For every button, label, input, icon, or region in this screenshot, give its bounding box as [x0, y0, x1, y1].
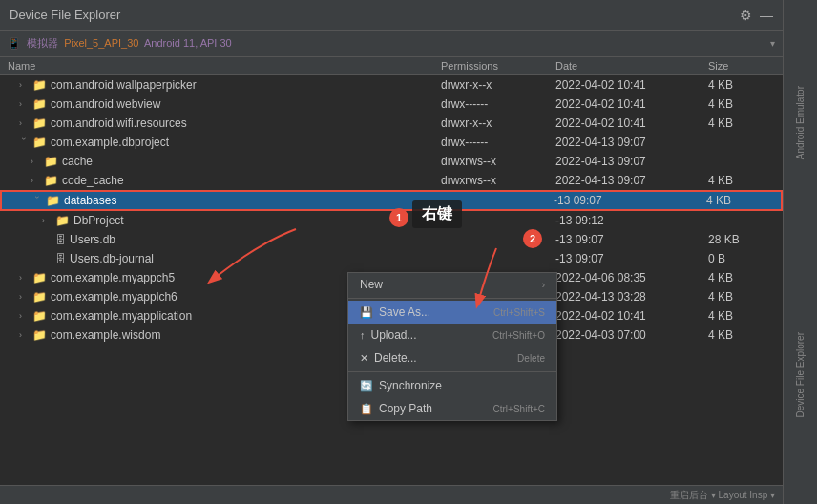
date: 2022-04-02 10:41 — [555, 309, 708, 323]
file-name-text: cache — [62, 155, 93, 168]
table-row[interactable]: › 📁 com.android.webview drwx------ 2022-… — [0, 94, 783, 114]
chevron-icon: › — [19, 273, 29, 283]
header: Device File Explorer ⚙ — — [0, 0, 783, 31]
device-prefix: 模拟器 — [27, 37, 58, 49]
chevron-icon: › — [19, 137, 29, 147]
chevron-icon: › — [42, 216, 52, 225]
device-text: 模拟器 Pixel_5_API_30 Android 11, API 30 — [27, 36, 770, 51]
ctx-upload[interactable]: ↑ Upload... Ctrl+Shift+O — [348, 324, 556, 346]
date: -13 09:07 — [555, 233, 708, 246]
size: 4 KB — [708, 116, 775, 130]
file-name-cell: › 📁 com.android.webview — [8, 97, 441, 111]
permissions: drwxr-x--x — [441, 116, 555, 130]
ctx-save-as-left: 💾 Save As... — [360, 305, 430, 319]
ctx-upload-shortcut: Ctrl+Shift+O — [492, 330, 545, 341]
device-name: Pixel_5_API_30 — [64, 37, 138, 49]
sidebar-tab-device-file-explorer[interactable]: Device File Explorer — [791, 325, 809, 425]
file-name-cell: › 📁 com.android.wallpaperpicker — [8, 78, 441, 92]
ctx-synchronize[interactable]: 🔄 Synchronize — [348, 374, 556, 397]
size: 0 B — [708, 252, 775, 265]
delete-icon: ✕ — [360, 352, 368, 365]
file-icon: 🗄 — [55, 253, 66, 264]
minimize-icon[interactable]: — — [760, 8, 773, 23]
file-name-text: com.android.webview — [51, 97, 160, 111]
permissions: drwxrws--x — [441, 155, 555, 168]
folder-icon: 📁 — [44, 174, 58, 187]
table-row[interactable]: › 🗄 Users.db -13 09:07 28 KB — [0, 230, 783, 249]
date: 2022-04-13 09:07 — [555, 155, 708, 168]
folder-icon: 📁 — [32, 271, 47, 284]
device-dropdown-icon[interactable]: ▾ — [770, 38, 775, 49]
date: 2022-04-13 03:28 — [555, 290, 708, 304]
size: 4 KB — [708, 271, 775, 284]
permissions: drwx------ — [441, 136, 555, 149]
folder-icon: 📁 — [46, 194, 60, 207]
file-name-text: com.example.myapplication — [51, 309, 192, 323]
date: -13 09:07 — [554, 194, 706, 207]
chevron-icon: › — [19, 292, 29, 302]
ctx-new[interactable]: New › — [348, 273, 556, 296]
folder-icon: 📁 — [32, 328, 47, 342]
chevron-icon: › — [32, 196, 42, 205]
size: 4 KB — [706, 194, 773, 207]
size: 4 KB — [708, 309, 775, 323]
table-row[interactable]: › 📁 com.android.wifi.resources drwxr-x--… — [0, 114, 783, 133]
ctx-separator-1 — [348, 298, 556, 299]
chevron-icon: › — [19, 99, 29, 109]
file-name-text: com.example.wisdom — [51, 328, 160, 342]
folder-icon: 📁 — [44, 155, 58, 168]
file-name-text: com.example.myapplch6 — [51, 290, 178, 304]
table-header: Name Permissions Date Size — [0, 57, 783, 75]
date: 2022-04-03 07:00 — [555, 328, 708, 342]
chevron-icon: › — [19, 311, 29, 321]
folder-icon: 📁 — [55, 214, 70, 227]
ctx-separator-2 — [348, 371, 556, 372]
ctx-copy-path[interactable]: 📋 Copy Path Ctrl+Shift+C — [348, 397, 556, 420]
permissions: drwx------ — [441, 97, 555, 111]
table-row[interactable]: › 📁 com.example.dbproject drwx------ 202… — [0, 133, 783, 152]
file-name-text: DbProject — [73, 214, 124, 227]
ctx-copy-path-label: Copy Path — [379, 402, 432, 415]
table-row[interactable]: › 🗄 Users.db-journal -13 09:07 0 B — [0, 249, 783, 268]
date: 2022-04-02 10:41 — [555, 78, 708, 92]
folder-icon: 📁 — [32, 290, 47, 304]
copy-icon: 📋 — [360, 403, 373, 415]
col-date: Date — [555, 60, 708, 72]
file-icon: 🗄 — [55, 234, 66, 245]
device-bar[interactable]: 📱 模拟器 Pixel_5_API_30 Android 11, API 30 … — [0, 31, 783, 57]
file-name-cell: › 📁 code_cache — [8, 174, 441, 187]
upload-icon: ↑ — [360, 329, 366, 341]
file-name-text: com.android.wifi.resources — [51, 116, 187, 130]
ctx-upload-label: Upload... — [371, 328, 417, 342]
folder-icon: 📁 — [32, 97, 47, 111]
table-row[interactable]: › 📁 databases -13 09:07 4 KB — [0, 190, 783, 211]
bottom-bar: 重启后台 ▾ Layout Insp ▾ — [0, 485, 783, 504]
size: 4 KB — [708, 174, 775, 187]
size: 28 KB — [708, 233, 775, 246]
table-row[interactable]: › 📁 code_cache drwxrws--x 2022-04-13 09:… — [0, 171, 783, 190]
size: 4 KB — [708, 328, 775, 342]
sidebar-tab-emulator[interactable]: Android Emulator — [791, 78, 809, 167]
date: 2022-04-02 10:41 — [555, 116, 708, 130]
rightclick-label: 右键 — [412, 200, 462, 228]
gear-icon[interactable]: ⚙ — [740, 8, 752, 23]
file-name-cell: › 🗄 Users.db-journal — [8, 252, 441, 265]
ctx-delete[interactable]: ✕ Delete... Delete — [348, 346, 556, 369]
folder-icon: 📁 — [32, 116, 47, 130]
file-name-cell: › 🗄 Users.db — [8, 233, 441, 246]
size: 4 KB — [708, 97, 775, 111]
context-menu: New › 💾 Save As... Ctrl+Shift+S ↑ Upload… — [347, 272, 557, 421]
size: 4 KB — [708, 290, 775, 304]
ctx-delete-left: ✕ Delete... — [360, 351, 417, 365]
annotation-bubble-1: 1 — [389, 208, 408, 227]
ctx-sync-left: 🔄 Synchronize — [360, 379, 442, 392]
folder-icon: 📁 — [32, 78, 47, 92]
ctx-save-as[interactable]: 💾 Save As... Ctrl+Shift+S — [348, 301, 556, 324]
ctx-new-label: New — [360, 278, 383, 291]
table-row[interactable]: › 📁 com.android.wallpaperpicker drwxr-x-… — [0, 75, 783, 94]
permissions: drwxrws--x — [441, 174, 555, 187]
file-name-text: com.example.dbproject — [51, 136, 169, 149]
date: 2022-04-13 09:07 — [555, 136, 708, 149]
file-name-text: com.example.myappch5 — [51, 271, 175, 284]
table-row[interactable]: › 📁 cache drwxrws--x 2022-04-13 09:07 — [0, 152, 783, 171]
